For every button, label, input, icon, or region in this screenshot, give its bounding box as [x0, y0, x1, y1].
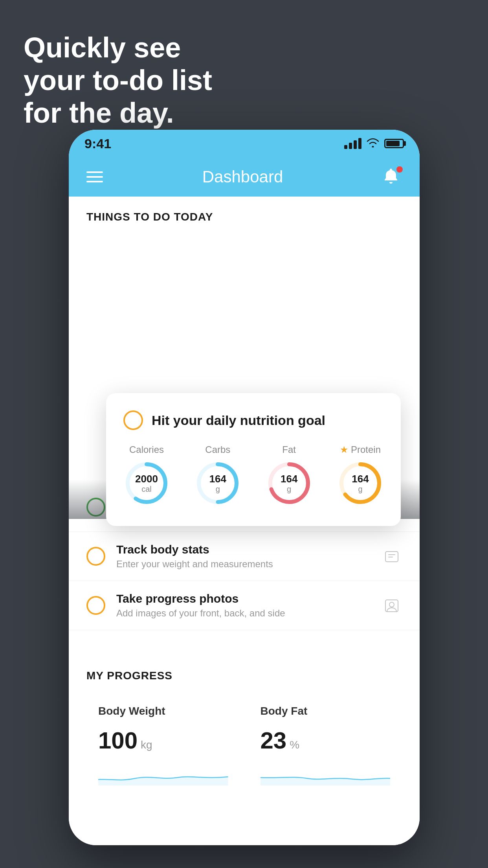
macros-row: Calories 2000 cal — [123, 444, 383, 506]
protein-donut: 164 g — [337, 460, 383, 506]
fat-value: 164 — [281, 473, 297, 485]
battery-icon — [384, 139, 404, 148]
phone-frame: 9:41 — [69, 130, 420, 845]
body-fat-number: 23 — [261, 727, 287, 754]
calories-donut: 2000 cal — [123, 460, 170, 506]
headline: Quickly see your to-do list for the day. — [24, 31, 212, 129]
body-stats-subtitle: Enter your weight and measurements — [116, 559, 371, 570]
macro-calories: Calories 2000 cal — [123, 444, 170, 506]
headline-line3: for the day. — [24, 97, 212, 129]
carbs-donut: 164 g — [194, 460, 241, 506]
progress-section: MY PROGRESS Body Weight 100 kg — [69, 654, 420, 799]
nutrition-card-title: Hit your daily nutrition goal — [152, 413, 325, 428]
body-stats-check-circle[interactable] — [86, 547, 105, 566]
protein-unit: g — [352, 484, 369, 493]
status-time: 9:41 — [84, 136, 111, 151]
notification-bell-icon[interactable] — [382, 167, 402, 187]
wifi-icon — [366, 137, 380, 150]
photos-title: Take progress photos — [116, 592, 371, 605]
body-weight-unit: kg — [141, 739, 152, 751]
hamburger-menu[interactable] — [86, 171, 103, 182]
body-fat-chart — [261, 762, 391, 785]
body-stats-title: Track body stats — [116, 543, 371, 556]
things-to-do-header: THINGS TO DO TODAY — [69, 197, 420, 231]
body-weight-card[interactable]: Body Weight 100 kg — [86, 693, 240, 787]
svg-point-10 — [389, 602, 394, 607]
protein-label: Protein — [351, 444, 381, 455]
body-fat-value-row: 23 % — [261, 727, 391, 754]
fat-unit: g — [281, 484, 297, 493]
body-fat-card-title: Body Fat — [261, 705, 391, 717]
calories-value: 2000 — [135, 473, 158, 485]
person-photo-icon — [382, 595, 402, 616]
nutrition-card: Hit your daily nutrition goal Calories — [106, 393, 401, 526]
macro-protein: ★ Protein 164 g — [337, 444, 383, 506]
scale-icon — [382, 546, 402, 566]
protein-star-icon: ★ — [340, 444, 349, 455]
body-stats-text: Track body stats Enter your weight and m… — [116, 543, 371, 570]
carbs-label: Carbs — [205, 444, 230, 455]
progress-section-title: MY PROGRESS — [86, 669, 402, 682]
nutrition-check-circle[interactable] — [123, 410, 143, 430]
notification-dot — [396, 166, 403, 173]
carbs-unit: g — [209, 484, 226, 493]
body-weight-chart — [98, 762, 228, 785]
photos-check-circle[interactable] — [86, 596, 105, 615]
body-weight-value-row: 100 kg — [98, 727, 228, 754]
photos-text: Take progress photos Add images of your … — [116, 592, 371, 619]
fat-donut: 164 g — [266, 460, 312, 506]
todo-item-body-stats[interactable]: Track body stats Enter your weight and m… — [69, 532, 420, 581]
protein-value: 164 — [352, 473, 369, 485]
body-fat-card[interactable]: Body Fat 23 % — [249, 693, 402, 787]
headline-line2: your to-do list — [24, 64, 212, 97]
headline-line1: Quickly see — [24, 31, 212, 64]
main-content: THINGS TO DO TODAY Hit your daily nutrit… — [69, 197, 420, 845]
carbs-value: 164 — [209, 473, 226, 485]
status-bar: 9:41 — [69, 130, 420, 157]
photos-subtitle: Add images of your front, back, and side — [116, 608, 371, 619]
calories-label: Calories — [129, 444, 164, 455]
macro-fat: Fat 164 g — [266, 444, 312, 506]
body-fat-unit: % — [290, 739, 299, 751]
status-icons — [344, 137, 404, 150]
progress-cards: Body Weight 100 kg B — [86, 693, 402, 787]
body-weight-card-title: Body Weight — [98, 705, 228, 717]
calories-unit: cal — [135, 484, 158, 493]
signal-icon — [344, 138, 361, 149]
fat-label: Fat — [282, 444, 296, 455]
todo-item-photos[interactable]: Take progress photos Add images of your … — [69, 581, 420, 630]
body-weight-number: 100 — [98, 727, 138, 754]
nav-bar: Dashboard — [69, 157, 420, 197]
macro-carbs: Carbs 164 g — [194, 444, 241, 506]
nav-title: Dashboard — [202, 167, 283, 186]
